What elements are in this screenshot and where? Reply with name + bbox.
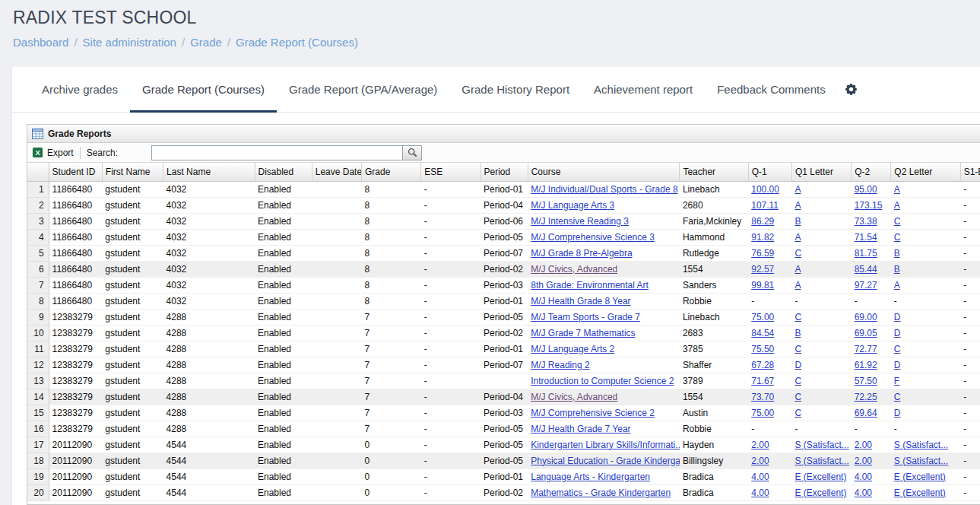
course-link[interactable]: Mathematics - Grade Kindergarten xyxy=(531,488,671,498)
grade-link[interactable]: 2.00 xyxy=(855,440,872,450)
course-link[interactable]: M/J Team Sports - Grade 7 xyxy=(531,312,640,322)
search-input[interactable] xyxy=(151,145,402,160)
grade-link[interactable]: 69.05 xyxy=(855,328,877,338)
grade-link[interactable]: E (Excellent) xyxy=(794,472,846,482)
grade-link[interactable]: D xyxy=(794,360,801,370)
table-row[interactable]: 711866480gstudent4032Enabled8-Period-038… xyxy=(27,277,980,293)
grade-table-scroller[interactable]: Student IDFirst NameLast NameDisabledLea… xyxy=(27,163,980,501)
table-row[interactable]: 411866480gstudent4032Enabled8-Period-05M… xyxy=(27,229,980,245)
grade-link[interactable]: A xyxy=(794,232,801,243)
grade-link[interactable]: 95.00 xyxy=(855,184,877,195)
course-link[interactable]: M/J Language Arts 2 xyxy=(531,344,614,354)
table-row[interactable]: 1612383279gstudent4288Enabled7-Period-05… xyxy=(27,421,980,437)
grade-link[interactable]: 4.00 xyxy=(855,488,872,498)
table-row[interactable]: 1112383279gstudent4288Enabled7-Period-01… xyxy=(27,341,980,357)
grade-link[interactable]: E (Excellent) xyxy=(894,488,946,498)
table-row[interactable]: 1212383279gstudent4288Enabled7-Period-07… xyxy=(27,357,980,373)
grade-link[interactable]: 76.59 xyxy=(751,248,774,259)
grade-link[interactable]: 100.00 xyxy=(751,184,779,195)
grade-link[interactable]: A xyxy=(894,200,900,211)
tab-archive-grades[interactable]: Archive grades xyxy=(30,67,130,112)
grade-link[interactable]: A xyxy=(794,280,801,291)
grade-link[interactable]: C xyxy=(794,248,801,259)
grade-link[interactable]: 75.00 xyxy=(751,408,774,418)
column-header-q-2[interactable]: Q-2 xyxy=(852,163,891,181)
grade-link[interactable]: 73.70 xyxy=(751,392,774,402)
course-link[interactable]: M/J Grade 7 Mathematics xyxy=(531,328,635,338)
grade-link[interactable]: 73.38 xyxy=(855,216,877,227)
course-link[interactable]: M/J Comprehensive Science 2 xyxy=(531,408,655,418)
breadcrumb-link[interactable]: Grade xyxy=(190,36,222,49)
grade-link[interactable]: 173.15 xyxy=(855,200,883,211)
tab-achievement-report[interactable]: Achievement report xyxy=(582,67,705,112)
grade-link[interactable]: 99.81 xyxy=(751,280,774,291)
grade-link[interactable]: 4.00 xyxy=(855,472,872,482)
export-button[interactable]: X Export xyxy=(32,147,74,158)
tab-feedback-comments[interactable]: Feedback Comments xyxy=(705,67,838,112)
grade-link[interactable]: F xyxy=(894,376,899,386)
grade-link[interactable]: S (Satisfact... xyxy=(894,456,948,466)
column-header-leave-date[interactable]: Leave Date xyxy=(312,163,361,181)
grade-link[interactable]: 2.00 xyxy=(751,440,769,450)
column-header-q1-letter[interactable]: Q1 Letter xyxy=(791,163,851,181)
grade-link[interactable]: C xyxy=(894,216,901,227)
tab-grade-report-gpa-average-[interactable]: Grade Report (GPA/Average) xyxy=(277,67,449,112)
course-link[interactable]: M/J Comprehensive Science 3 xyxy=(531,232,655,243)
grade-link[interactable]: S (Satisfact... xyxy=(794,440,848,450)
grade-link[interactable]: 85.44 xyxy=(855,264,877,275)
column-header-ese[interactable]: ESE xyxy=(421,163,480,181)
course-link[interactable]: M/J Health Grade 8 Year xyxy=(531,296,630,306)
grade-link[interactable]: C xyxy=(794,408,801,418)
table-row[interactable]: 1312383279gstudent4288Enabled7-Introduct… xyxy=(27,373,980,389)
grade-link[interactable]: B xyxy=(794,328,801,338)
course-link[interactable]: M/J Reading 2 xyxy=(531,360,589,370)
grade-link[interactable]: C xyxy=(794,376,801,386)
column-header-disabled[interactable]: Disabled xyxy=(255,163,312,181)
grade-link[interactable]: 107.11 xyxy=(751,200,779,211)
table-row[interactable]: 1412383279gstudent4288Enabled7-Period-04… xyxy=(27,389,980,405)
grade-link[interactable]: 4.00 xyxy=(751,488,769,498)
grade-link[interactable]: 71.54 xyxy=(855,232,877,243)
grade-link[interactable]: 72.77 xyxy=(855,344,877,354)
grade-link[interactable]: 97.27 xyxy=(855,280,877,291)
course-link[interactable]: Kindergarten Library Skills/Informati... xyxy=(531,440,680,450)
grade-link[interactable]: D xyxy=(894,312,901,322)
column-header-s1-exam[interactable]: S1-Exam xyxy=(960,163,980,181)
tab-grade-history-report[interactable]: Grade History Report xyxy=(449,67,582,112)
grade-link[interactable]: S (Satisfact... xyxy=(794,456,848,466)
grade-link[interactable]: 92.57 xyxy=(751,264,774,275)
table-row[interactable]: 1720112090gstudent4544Enabled0-Period-05… xyxy=(27,437,980,453)
grade-link[interactable]: E (Excellent) xyxy=(894,472,946,482)
grade-link[interactable]: 2.00 xyxy=(855,456,872,466)
grade-link[interactable]: 69.64 xyxy=(855,408,877,418)
grade-link[interactable]: A xyxy=(894,184,900,195)
course-link[interactable]: Language Arts - Kindergarten xyxy=(531,472,650,482)
grade-link[interactable]: A xyxy=(794,200,801,211)
grade-link[interactable]: 84.54 xyxy=(751,328,774,338)
grade-link[interactable]: 67.28 xyxy=(751,360,774,370)
table-row[interactable]: 1920112090gstudent4544Enabled0-Period-01… xyxy=(27,468,980,484)
breadcrumb-link[interactable]: Dashboard xyxy=(13,36,68,49)
grade-link[interactable]: A xyxy=(794,264,801,275)
grade-link[interactable]: A xyxy=(894,280,900,291)
tab-grade-report-courses-[interactable]: Grade Report (Courses) xyxy=(130,67,277,112)
table-row[interactable]: 1012383279gstudent4288Enabled7-Period-02… xyxy=(27,325,980,341)
table-row[interactable]: 511866480gstudent4032Enabled8-Period-07M… xyxy=(27,245,980,261)
table-row[interactable]: 1512383279gstudent4288Enabled7-Period-03… xyxy=(27,405,980,421)
column-header-course[interactable]: Course xyxy=(528,163,680,181)
grade-link[interactable]: 72.25 xyxy=(855,392,877,402)
table-row[interactable]: 211866480gstudent4032Enabled8-Period-04M… xyxy=(27,197,980,213)
gear-icon[interactable] xyxy=(838,67,864,112)
table-row[interactable]: 111866480gstudent4032Enabled8-Period-01M… xyxy=(27,181,980,197)
grade-link[interactable]: 69.00 xyxy=(855,312,877,322)
grade-link[interactable]: 91.82 xyxy=(751,232,774,243)
breadcrumb-link[interactable]: Grade Report (Courses) xyxy=(236,36,358,49)
grade-link[interactable]: B xyxy=(894,264,900,275)
column-header-student-id[interactable]: Student ID xyxy=(49,163,102,181)
column-header-teacher[interactable]: Teacher xyxy=(680,163,748,181)
grade-link[interactable]: C xyxy=(894,344,901,354)
grade-link[interactable]: C xyxy=(794,344,801,354)
grade-link[interactable]: 75.50 xyxy=(751,344,774,354)
course-link[interactable]: M/J Grade 8 Pre-Algebra xyxy=(531,248,632,259)
grade-link[interactable]: 61.92 xyxy=(855,360,877,370)
